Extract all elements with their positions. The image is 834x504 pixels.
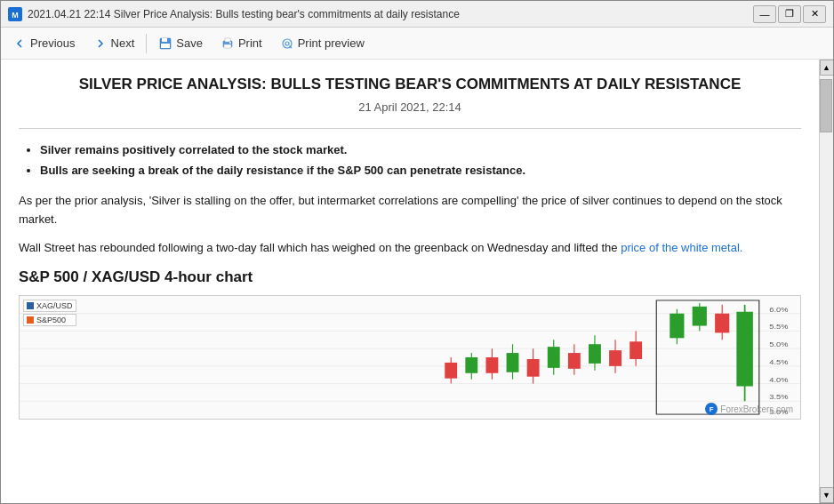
svg-rect-21 xyxy=(507,353,519,372)
svg-text:3.5%: 3.5% xyxy=(769,393,788,401)
save-icon xyxy=(158,36,172,51)
svg-text:M: M xyxy=(12,11,19,20)
chart-title: S&P 500 / XAG/USD 4-hour chart xyxy=(19,268,801,286)
toolbar: Previous Next Save xyxy=(1,28,833,60)
svg-text:5.5%: 5.5% xyxy=(769,323,788,331)
svg-point-10 xyxy=(285,42,289,45)
article-content: SILVER PRICE ANALYSIS: BULLS TESTING BEA… xyxy=(1,60,819,503)
legend-item-1: XAG/USD xyxy=(23,300,76,312)
restore-button[interactable]: ❐ xyxy=(778,5,801,23)
previous-button[interactable]: Previous xyxy=(4,31,84,56)
svg-rect-37 xyxy=(693,307,707,326)
svg-text:4.0%: 4.0% xyxy=(769,375,788,383)
svg-rect-31 xyxy=(609,350,621,366)
save-button[interactable]: Save xyxy=(150,31,211,56)
scrollbar: ▲ ▼ xyxy=(819,60,833,503)
watermark-icon: F xyxy=(705,403,718,415)
article-para-1: As per the prior analysis, 'Silver is st… xyxy=(19,192,801,229)
titlebar: M 2021.04.21 22:14 Silver Price Analysis… xyxy=(1,1,833,28)
article-para-2: Wall Street has rebounded following a tw… xyxy=(19,239,801,258)
next-label: Next xyxy=(111,36,135,50)
arrow-left-icon xyxy=(12,36,27,51)
printer-icon xyxy=(221,36,235,51)
svg-point-8 xyxy=(229,42,231,44)
svg-rect-45 xyxy=(465,357,477,373)
scrollbar-thumb[interactable] xyxy=(820,79,832,132)
svg-rect-7 xyxy=(224,44,231,48)
print-preview-button[interactable]: Print preview xyxy=(272,31,373,56)
close-button[interactable]: ✕ xyxy=(803,5,826,23)
svg-rect-29 xyxy=(589,344,601,364)
app-icon: M xyxy=(8,7,22,21)
scrollbar-track xyxy=(820,76,833,487)
svg-rect-6 xyxy=(225,38,230,42)
svg-rect-23 xyxy=(527,359,540,377)
svg-rect-33 xyxy=(630,341,642,359)
para2-link[interactable]: price of the white metal. xyxy=(621,241,742,254)
legend-item-2: S&P500 xyxy=(23,314,76,326)
svg-rect-35 xyxy=(670,314,684,339)
separator-1 xyxy=(146,34,147,53)
svg-rect-39 xyxy=(715,314,729,333)
scroll-up-button[interactable]: ▲ xyxy=(820,60,834,76)
watermark-text: ForexBrokers.com xyxy=(720,404,793,414)
svg-rect-41 xyxy=(736,312,752,387)
chart-container: 6.0% 5.5% 5.0% 4.5% 4.0% 3.5% 3.0% XAG/U… xyxy=(19,295,801,420)
window-controls: — ❐ ✕ xyxy=(753,5,826,23)
svg-rect-55 xyxy=(27,302,34,309)
divider xyxy=(19,128,801,129)
svg-rect-56 xyxy=(27,316,34,324)
print-button[interactable]: Print xyxy=(213,31,270,56)
svg-text:5.0%: 5.0% xyxy=(769,340,788,348)
chart-legend: XAG/USD S&P500 xyxy=(23,300,76,326)
svg-rect-4 xyxy=(161,44,170,48)
print-preview-label: Print preview xyxy=(298,36,365,50)
article-title: SILVER PRICE ANALYSIS: BULLS TESTING BEA… xyxy=(19,74,801,95)
svg-rect-27 xyxy=(568,353,581,369)
bullet-item-1: Silver remains positively correlated to … xyxy=(40,141,801,159)
legend-label-1: XAG/USD xyxy=(36,301,73,310)
arrow-right-icon xyxy=(93,36,108,51)
minimize-button[interactable]: — xyxy=(753,5,776,23)
bullet-list: Silver remains positively correlated to … xyxy=(19,141,801,180)
svg-rect-25 xyxy=(548,347,560,368)
chart-svg: 6.0% 5.5% 5.0% 4.5% 4.0% 3.5% 3.0% xyxy=(20,296,800,419)
print-preview-icon xyxy=(280,36,294,51)
legend-label-2: S&P500 xyxy=(36,316,66,324)
article-date: 21 April 2021, 22:14 xyxy=(19,100,801,114)
svg-rect-47 xyxy=(485,357,498,373)
content-wrapper: SILVER PRICE ANALYSIS: BULLS TESTING BEA… xyxy=(1,60,833,503)
next-button[interactable]: Next xyxy=(85,31,143,56)
svg-rect-43 xyxy=(445,363,457,379)
svg-text:6.0%: 6.0% xyxy=(769,306,788,314)
previous-label: Previous xyxy=(30,36,76,50)
svg-rect-3 xyxy=(162,38,167,42)
para2-text: Wall Street has rebounded following a tw… xyxy=(19,241,742,254)
watermark: F ForexBrokers.com xyxy=(705,403,793,415)
svg-text:4.5%: 4.5% xyxy=(769,358,788,366)
print-label: Print xyxy=(238,36,262,50)
save-label: Save xyxy=(176,36,203,50)
bullet-item-2: Bulls are seeking a break of the daily r… xyxy=(40,162,801,180)
scroll-down-button[interactable]: ▼ xyxy=(820,487,834,503)
window-title: 2021.04.21 22:14 Silver Price Analysis: … xyxy=(28,8,748,20)
main-window: M 2021.04.21 22:14 Silver Price Analysis… xyxy=(0,0,834,504)
